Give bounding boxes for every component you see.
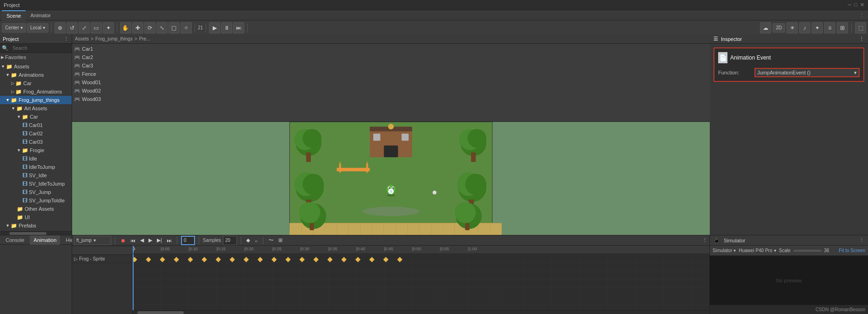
tree-item-car[interactable]: ▷ 📁 Car <box>0 79 72 87</box>
tab-console[interactable]: Console <box>2 235 28 245</box>
tree-item-frogie[interactable]: ▼ 📁 Frogie <box>0 146 72 154</box>
scene-viewport[interactable] <box>72 122 710 235</box>
pause-btn[interactable]: ⏸ <box>221 22 232 33</box>
tree-item-art-assets[interactable]: ▼ 📁 Art Assets <box>0 104 72 113</box>
asset-wood01[interactable]: 🎮 Wood01 <box>72 78 710 87</box>
favorites-section[interactable]: ▶ Favorites <box>0 53 72 61</box>
add-keyframe-btn[interactable]: ⬦ <box>253 237 259 244</box>
keyframe-10[interactable] <box>271 257 276 262</box>
rotate2-tool-btn[interactable]: ⟳ <box>144 22 155 33</box>
time-display[interactable]: 0 <box>181 236 195 245</box>
anim-first-btn[interactable]: ⏮ <box>129 237 137 244</box>
tree-item-sv-jumptoidle[interactable]: 🎞 SV_JumpToIdle <box>0 196 72 205</box>
keyframe-2[interactable] <box>160 257 165 262</box>
keyframe-3[interactable] <box>174 257 179 262</box>
move-tool-btn[interactable]: ⊕ <box>54 22 66 33</box>
stats-btn[interactable]: ≡ <box>824 22 835 33</box>
move2-tool-btn[interactable]: ✚ <box>132 22 143 33</box>
asset-wood02[interactable]: 🎮 Wood02 <box>72 87 710 95</box>
scale2-tool-btn[interactable]: ⤡ <box>156 22 168 33</box>
keyframe-11[interactable] <box>285 257 290 262</box>
keyframe-12[interactable] <box>299 257 304 262</box>
keyframe-8[interactable] <box>243 257 249 262</box>
tree-item-car02[interactable]: 🎞 Car02 <box>0 129 72 138</box>
animation-name-field[interactable]: ft_jump ▾ <box>74 236 111 245</box>
rotate-tool-btn[interactable]: ↺ <box>67 22 78 33</box>
asset-car1[interactable]: 🎮 Car1 <box>72 45 710 53</box>
tree-item-sv-idle[interactable]: 🎞 SV_Idle <box>0 171 72 180</box>
asset-car2[interactable]: 🎮 Car2 <box>72 53 710 61</box>
tree-item-car01[interactable]: 🎞 Car01 <box>0 121 72 129</box>
local-btn[interactable]: Local ▾ <box>27 23 48 33</box>
keyframe-9[interactable] <box>257 257 262 262</box>
anim-next-btn[interactable]: ▶| <box>155 237 163 244</box>
custom-tool-btn[interactable]: ✧ <box>181 22 192 33</box>
keyframe-5[interactable] <box>202 257 207 262</box>
tree-item-idletojump[interactable]: 🎞 IdleToJump <box>0 163 72 171</box>
tree-item-idle[interactable]: 🎞 Idle <box>0 154 72 163</box>
samples-value[interactable]: 20 <box>223 236 237 245</box>
simulator-select[interactable]: Simulator ▾ <box>713 248 736 253</box>
device-select[interactable]: Huawei P40 Pro ▾ <box>739 248 776 253</box>
anim-last-btn[interactable]: ⏭ <box>165 237 173 244</box>
2d-btn[interactable]: 2D <box>773 23 785 33</box>
tree-item-car03[interactable]: 🎞 Car03 <box>0 138 72 146</box>
project-search-input[interactable] <box>10 44 70 53</box>
tree-item-assets[interactable]: ▼ 📁 Assets <box>0 62 72 71</box>
layers-btn[interactable]: ⬚ <box>855 22 866 33</box>
scale-slider[interactable] <box>794 250 821 252</box>
tree-item-ui[interactable]: 📁 UI <box>0 213 72 221</box>
tree-item-animations[interactable]: ▼ 📁 Animations <box>0 71 72 79</box>
more-icon[interactable]: ⋮ <box>64 36 69 42</box>
keyframe-17[interactable] <box>369 257 374 262</box>
inspector-more[interactable]: ⋮ <box>859 36 864 42</box>
tab-animator[interactable]: Animator <box>26 10 55 20</box>
step-btn[interactable]: ⏭ <box>233 22 244 33</box>
keyframe-14[interactable] <box>327 257 332 262</box>
keyframe-1[interactable] <box>146 257 151 262</box>
audio-btn[interactable]: ♪ <box>799 22 810 33</box>
gizmos-btn[interactable]: ⊞ <box>837 22 848 33</box>
tree-item-frog-jump[interactable]: ▼ 📁 Frog_jump_things <box>0 96 72 104</box>
playhead[interactable] <box>133 246 134 254</box>
keyframe-15[interactable] <box>341 257 346 262</box>
more-options-icon[interactable]: ⋮ <box>857 12 866 18</box>
track-frog-sprite[interactable]: ▷ Frog - Sprite <box>72 255 132 263</box>
anim-prev-btn[interactable]: ◀ <box>139 237 145 244</box>
tab-scene[interactable]: Scene <box>2 10 26 20</box>
add-event-btn[interactable]: ◆ <box>245 237 251 244</box>
tree-item-prefabs[interactable]: ▼ 📁 Prefabs <box>0 221 72 230</box>
keyframe-18[interactable] <box>383 257 388 262</box>
more-icon[interactable]: ⋮ <box>859 237 864 243</box>
anim-record-btn[interactable]: ⏺ <box>119 237 127 244</box>
hand-tool-btn[interactable]: ✋ <box>120 22 131 33</box>
transform-tool-btn[interactable]: ✦ <box>103 22 114 33</box>
play-btn[interactable]: ▶ <box>209 22 220 33</box>
grid-btn[interactable]: ⊞ <box>277 237 284 244</box>
keyframe-7[interactable] <box>229 257 235 262</box>
pivot-center-btn[interactable]: Center ▾ <box>2 23 26 33</box>
fx-btn[interactable]: ✦ <box>812 22 823 33</box>
keyframe-13[interactable] <box>313 257 318 262</box>
more-icon[interactable]: ⋮ <box>702 237 707 243</box>
keyframe-6[interactable] <box>215 257 221 262</box>
rect-tool-btn[interactable]: ▭ <box>91 22 102 33</box>
tree-item-other-assets[interactable]: 📁 Other Assets <box>0 205 72 213</box>
collab-btn[interactable]: ☁ <box>760 22 771 33</box>
fit-to-screen-btn[interactable]: Fit to Screen <box>839 248 865 253</box>
keyframe-16[interactable] <box>355 257 360 262</box>
rect2-tool-btn[interactable]: ▢ <box>168 22 180 33</box>
asset-car3[interactable]: 🎮 Car3 <box>72 61 710 70</box>
function-dropdown[interactable]: JumpAnimationEvent () ▾ <box>754 68 860 77</box>
curves-btn[interactable]: 〜 <box>267 236 275 244</box>
tree-item-car-group[interactable]: ▼ 📁 Car <box>0 113 72 121</box>
anim-play-btn[interactable]: ▶ <box>147 237 154 244</box>
keyframe-4[interactable] <box>188 257 193 262</box>
light-btn[interactable]: ☀ <box>787 22 798 33</box>
tree-item-frog-anim[interactable]: ▷ 📁 Frog_Animations <box>0 87 72 96</box>
keyframe-19[interactable] <box>397 257 402 262</box>
tree-item-sv-jump[interactable]: 🎞 SV_Jump <box>0 188 72 196</box>
asset-wood03[interactable]: 🎮 Wood03 <box>72 95 710 103</box>
asset-fence[interactable]: 🎮 Fence <box>72 70 710 78</box>
scale-tool-btn[interactable]: ⤢ <box>79 22 90 33</box>
